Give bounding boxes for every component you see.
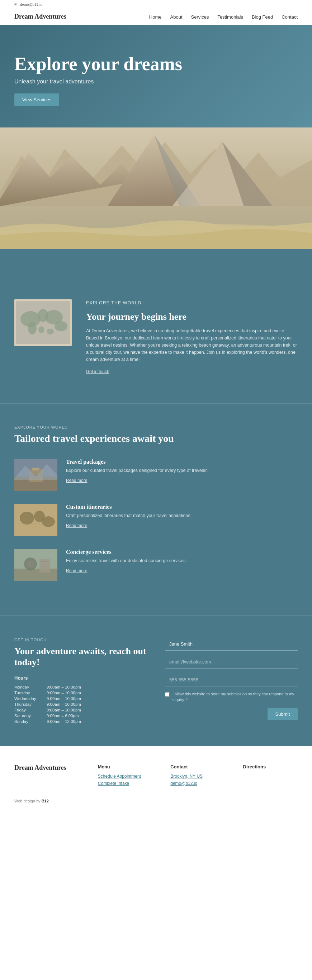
hours-row-friday: Friday 9:00am – 10:00pm	[14, 707, 147, 713]
nav-links: Home About Services Testimonials Blog Fe…	[149, 14, 298, 20]
svg-rect-23	[16, 301, 70, 344]
hours-row-saturday: Saturday 9:00am – 6:00pm	[14, 713, 147, 719]
footer-menu-col: Menu Schedule Appointment Complete Intak…	[98, 764, 152, 788]
footer: Dream Adventures Menu Schedule Appointme…	[0, 746, 312, 814]
contact-form: I allow this website to store my submiss…	[165, 638, 298, 724]
hero-landscape-svg	[0, 127, 312, 249]
service-link-2[interactable]: Read more	[66, 523, 87, 528]
email-field-group	[165, 655, 298, 668]
consent-label: I allow this website to store my submiss…	[173, 691, 298, 703]
footer-directions-col: Directions	[243, 764, 298, 788]
hours-time-monday: 9:00am – 10:00pm	[46, 684, 147, 690]
submit-button[interactable]: Submit	[267, 708, 298, 720]
nav-about[interactable]: About	[170, 14, 182, 20]
footer-brand: Dream Adventures	[14, 764, 80, 788]
consent-checkbox[interactable]	[165, 692, 170, 697]
topbar-email: demo@b12.io	[20, 2, 42, 6]
footer-contact-address[interactable]: Brooklyn, NY US	[170, 774, 225, 779]
hours-day-thursday: Thursday	[14, 702, 46, 707]
contact-eyebrow: Get In Touch	[14, 638, 147, 642]
nav-logo[interactable]: Dream Adventures	[14, 13, 66, 21]
footer-contact-col: Contact Brooklyn, NY US demo@b12.io	[170, 764, 225, 788]
hours-day-monday: Monday	[14, 684, 46, 690]
name-field-group	[165, 638, 298, 651]
footer-contact-email[interactable]: demo@b12.io	[170, 781, 225, 786]
hours-row-wednesday: Wednesday 9:00am – 10:00pm	[14, 696, 147, 702]
nav-blog[interactable]: Blog Feed	[252, 14, 273, 20]
hours-time-wednesday: 9:00am – 10:00pm	[46, 696, 147, 702]
about-link[interactable]: Get in touch	[86, 369, 109, 374]
phone-input[interactable]	[165, 673, 298, 686]
services-section: Explore Your World Tailored travel exper…	[0, 404, 312, 616]
service-title-1: Travel packages	[66, 459, 298, 465]
contact-section: Get In Touch Your adventure awaits, reac…	[0, 616, 312, 746]
email-input[interactable]	[165, 655, 298, 668]
email-icon: ✉	[14, 3, 17, 6]
about-heading: Your journey begins here	[86, 312, 298, 322]
navigation: Dream Adventures Home About Services Tes…	[0, 9, 312, 25]
service-content-2: Custom itineraries Craft personalized it…	[66, 504, 298, 528]
svg-rect-41	[40, 559, 50, 573]
footer-contact-title: Contact	[170, 764, 225, 770]
hours-day-wednesday: Wednesday	[14, 696, 46, 702]
hero-image	[0, 127, 312, 249]
service-desc-3: Enjoy seamless travel with our dedicated…	[66, 557, 298, 564]
custom-itineraries-img	[14, 504, 58, 536]
service-desc-2: Craft personalized itineraries that matc…	[66, 512, 298, 519]
about-image	[14, 299, 72, 346]
hours-day-sunday: Sunday	[14, 719, 46, 724]
hours-time-saturday: 9:00am – 6:00pm	[46, 713, 147, 719]
footer-contact-list: Brooklyn, NY US demo@b12.io	[170, 774, 225, 786]
svg-point-32	[20, 512, 34, 525]
concierge-img	[14, 549, 58, 581]
topbar: ✉ demo@b12.io	[0, 0, 312, 9]
nav-services[interactable]: Services	[191, 14, 209, 20]
hours-row-thursday: Thursday 9:00am – 10:00pm	[14, 702, 147, 707]
name-input[interactable]	[165, 638, 298, 651]
footer-brand-name: Dream Adventures	[14, 764, 80, 772]
about-inner: Explore The World Your journey begins he…	[14, 299, 298, 374]
svg-rect-38	[14, 569, 58, 581]
footer-menu-item-1[interactable]: Schedule Appointment	[98, 774, 152, 779]
footer-b12[interactable]: B12	[42, 799, 49, 803]
hours-day-friday: Friday	[14, 707, 46, 713]
service-desc-1: Explore our curated travel packages desi…	[66, 467, 298, 474]
hours-time-friday: 9:00am – 10:00pm	[46, 707, 147, 713]
hours-title: Hours	[14, 675, 147, 681]
hours-row-tuesday: Tuesday 9:00am – 10:00pm	[14, 690, 147, 696]
service-item-3: Concierge services Enjoy seamless travel…	[14, 549, 298, 581]
service-link-1[interactable]: Read more	[66, 478, 87, 483]
hours-day-tuesday: Tuesday	[14, 690, 46, 696]
contact-heading: Your adventure awaits, reach out today!	[14, 646, 147, 668]
services-heading: Tailored travel experiences await you	[14, 433, 298, 444]
view-services-button[interactable]: View Services	[14, 94, 59, 106]
service-title-3: Concierge services	[66, 549, 298, 555]
service-content-3: Concierge services Enjoy seamless travel…	[66, 549, 298, 574]
footer-menu-title: Menu	[98, 764, 152, 770]
hero-title: Explore your dreams	[14, 54, 298, 74]
hero-subtitle: Unleash your travel adventures	[14, 78, 298, 85]
about-eyebrow: Explore The World	[86, 299, 298, 307]
world-map-svg	[14, 299, 72, 346]
hours-time-sunday: 9:00am – 12:00pm	[46, 719, 147, 724]
nav-home[interactable]: Home	[149, 14, 162, 20]
about-content: Explore The World Your journey begins he…	[86, 299, 298, 374]
footer-menu-item-2[interactable]: Complete Intake	[98, 781, 152, 786]
service-item-2: Custom itineraries Craft personalized it…	[14, 504, 298, 536]
contact-inner: Get In Touch Your adventure awaits, reac…	[14, 638, 298, 724]
service-content-1: Travel packages Explore our curated trav…	[66, 459, 298, 484]
service-link-3[interactable]: Read more	[66, 568, 87, 573]
footer-inner: Dream Adventures Menu Schedule Appointme…	[14, 764, 298, 788]
nav-testimonials[interactable]: Testimonials	[217, 14, 243, 20]
svg-rect-27	[32, 468, 40, 471]
consent-row: I allow this website to store my submiss…	[165, 691, 298, 703]
svg-point-34	[42, 516, 55, 527]
hours-row-sunday: Sunday 9:00am – 12:00pm	[14, 719, 147, 724]
phone-field-group	[165, 673, 298, 686]
spacer-above-about	[0, 249, 312, 271]
hours-row-monday: Monday 9:00am – 10:00pm	[14, 684, 147, 690]
about-body: At Dream Adventures, we believe in creat…	[86, 327, 298, 363]
service-image-1	[14, 459, 58, 491]
nav-contact[interactable]: Contact	[282, 14, 298, 20]
footer-directions-title: Directions	[243, 764, 298, 770]
